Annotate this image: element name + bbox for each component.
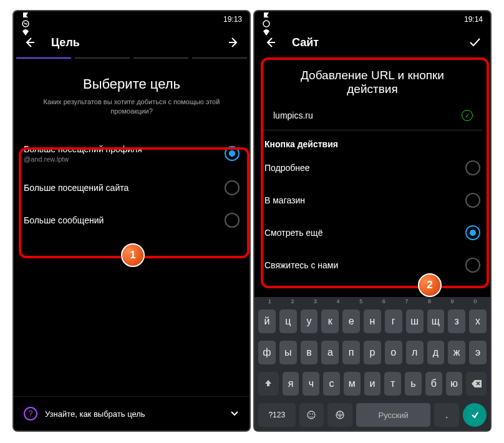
goal-option-site[interactable]: Больше посещений сайта [14, 172, 250, 204]
key-т[interactable]: т [384, 372, 401, 396]
svg-point-8 [312, 414, 313, 415]
back-icon[interactable] [22, 36, 36, 49]
period-key[interactable]: . [434, 403, 459, 427]
svg-point-1 [24, 5, 27, 7]
shift-key[interactable] [258, 372, 279, 396]
backspace-key[interactable] [466, 372, 487, 396]
key-я[interactable]: я [283, 372, 299, 396]
key-ч[interactable]: ч [303, 372, 319, 396]
radio-icon [465, 193, 480, 208]
key-л[interactable]: л [406, 341, 424, 364]
key-х[interactable]: х [469, 309, 487, 333]
status-time: 19:14 [464, 15, 483, 24]
progress-bar [14, 57, 250, 65]
key-с[interactable]: с [323, 372, 340, 396]
confirm-icon[interactable] [468, 36, 482, 49]
key-а[interactable]: а [321, 341, 339, 364]
key-о[interactable]: о [385, 341, 402, 364]
goal-option-profile[interactable]: Больше посещений профиля@and.rew.lptw [14, 135, 250, 172]
kbd-row: фывапролджэ [254, 337, 490, 368]
url-input[interactable] [272, 110, 462, 121]
status-time: 19:13 [223, 15, 242, 24]
kbd-row: ячсмитьбю [254, 368, 490, 399]
key-ь[interactable]: ь [405, 372, 422, 396]
radio-icon [225, 180, 240, 195]
cta-option[interactable]: В магазин [254, 184, 490, 217]
key-ш[interactable]: ш [406, 309, 424, 333]
next-icon[interactable] [227, 36, 241, 49]
goal-option-messages[interactable]: Больше сообщений [14, 204, 250, 236]
key-б[interactable]: б [425, 372, 442, 396]
subtitle: Каких результатов вы хотите добиться с п… [14, 97, 250, 117]
cta-option[interactable]: Свяжитесь с нами [254, 249, 490, 281]
status-bar: 19:14 [254, 11, 490, 27]
header-bar: Сайт [254, 27, 490, 57]
annotation-badge-1: 1 [121, 243, 145, 267]
symbols-key[interactable]: ?123 [258, 403, 296, 427]
key-ю[interactable]: ю [446, 372, 463, 396]
keyboard: 1234567890 йцукенгшщзх фывапролджэ ячсми… [254, 297, 490, 431]
annotation-badge-2: 2 [418, 273, 442, 297]
key-н[interactable]: н [364, 309, 381, 333]
key-ж[interactable]: ж [448, 341, 465, 364]
back-icon[interactable] [263, 36, 277, 49]
key-щ[interactable]: щ [427, 309, 445, 333]
radio-icon [225, 146, 240, 161]
key-ф[interactable]: ф [258, 341, 276, 364]
emoji-key[interactable] [299, 403, 324, 427]
key-з[interactable]: з [448, 309, 465, 333]
kbd-row: ?123 Русский . [254, 399, 490, 431]
key-р[interactable]: р [364, 341, 381, 364]
key-и[interactable]: и [364, 372, 381, 396]
svg-point-5 [263, 21, 269, 27]
chevron-down-icon [230, 409, 240, 419]
key-е[interactable]: е [342, 309, 360, 333]
key-э[interactable]: э [469, 341, 487, 364]
page-title: Сайт [292, 36, 468, 49]
key-д[interactable]: д [427, 341, 445, 364]
radio-icon [225, 213, 240, 228]
footer-hint[interactable]: ? Узнайте, как выбрать цель [14, 396, 250, 431]
key-п[interactable]: п [342, 341, 360, 364]
key-й[interactable]: й [258, 309, 276, 333]
page-title: Цель [51, 36, 227, 49]
globe-key[interactable] [327, 403, 352, 427]
svg-point-7 [309, 414, 311, 415]
help-icon: ? [24, 407, 37, 421]
key-г[interactable]: г [385, 309, 402, 333]
heading: Добавление URL и кнопки действия [254, 69, 490, 96]
section-title: Кнопка действия [254, 130, 490, 152]
header-bar: Цель [14, 27, 250, 57]
kbd-row: йцукенгшщзх [254, 306, 490, 337]
cta-options: Подробнее В магазин Смотреть ещё Свяжите… [254, 152, 490, 281]
goal-options: Больше посещений профиля@and.rew.lptw Бо… [14, 135, 250, 236]
status-icons [262, 2, 273, 37]
key-к[interactable]: к [321, 309, 339, 333]
kbd-number-hints: 1234567890 [254, 297, 490, 306]
key-м[interactable]: м [344, 372, 361, 396]
svg-point-4 [265, 5, 268, 7]
enter-key[interactable] [463, 403, 487, 427]
url-input-row[interactable]: ✓ [262, 101, 483, 130]
status-icons [21, 2, 32, 37]
key-ц[interactable]: ц [279, 309, 297, 333]
cta-option[interactable]: Смотреть ещё [254, 217, 490, 249]
radio-icon [465, 160, 480, 175]
status-bar: 19:13 [14, 11, 250, 27]
heading: Выберите цель [14, 76, 250, 92]
key-у[interactable]: у [301, 309, 318, 333]
key-в[interactable]: в [301, 341, 318, 364]
radio-icon [465, 258, 480, 273]
svg-point-6 [308, 411, 315, 419]
valid-icon: ✓ [462, 110, 473, 121]
key-ы[interactable]: ы [279, 341, 297, 364]
space-key[interactable]: Русский [356, 403, 430, 427]
cta-option[interactable]: Подробнее [254, 152, 490, 184]
radio-icon [465, 225, 480, 240]
